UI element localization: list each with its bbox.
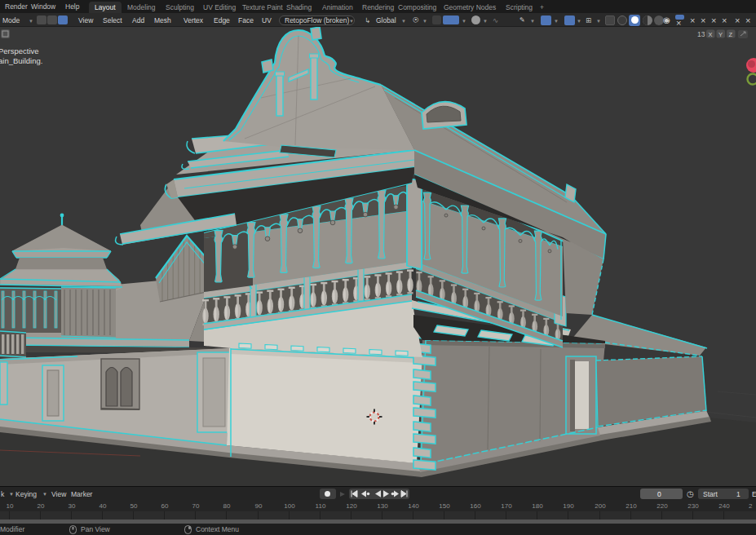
svg-text:13: 13 bbox=[697, 30, 705, 38]
svg-text:Z: Z bbox=[729, 31, 733, 38]
svg-text:ain_Building.: ain_Building. bbox=[0, 56, 42, 65]
svg-text:X: X bbox=[709, 31, 713, 38]
svg-text:Perspective: Perspective bbox=[0, 46, 39, 55]
svg-text:Y: Y bbox=[718, 31, 723, 38]
